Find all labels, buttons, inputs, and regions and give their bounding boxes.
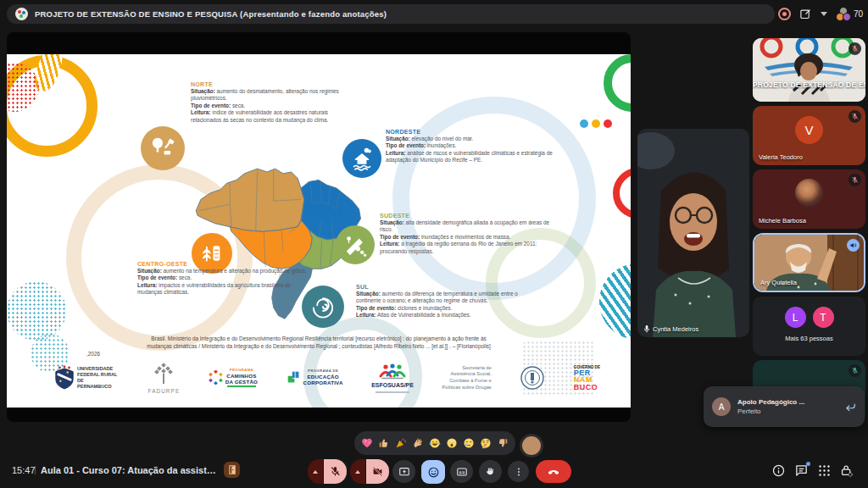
host-controls-button[interactable] <box>839 463 854 481</box>
mic-muted-icon <box>849 110 861 123</box>
raised-hand-icon <box>485 466 496 477</box>
logo-educacao-corporativa: PROGRAMA DE EDUCAÇÃO CORPORATIVA <box>287 369 343 385</box>
recording-indicator-icon <box>778 8 791 20</box>
participant-count: 70 <box>854 9 863 19</box>
name-tag: Ary Quintella <box>760 279 797 286</box>
caminhos-asterisk-icon <box>209 370 223 385</box>
ufrpe-crest-icon <box>54 365 75 391</box>
logo-ufrpe: UNIVERSIDADE FEDERAL RURAL DE PERNAMBUCO <box>54 365 120 391</box>
region-title-norte: NORTE <box>191 81 353 87</box>
educacao-cubes-icon <box>287 370 301 385</box>
avatar: T <box>813 307 834 328</box>
avatar: L <box>785 307 806 328</box>
mic-muted-icon <box>849 174 861 186</box>
skin-tone-selector[interactable] <box>520 434 543 458</box>
audio-speaking-icon <box>847 239 860 252</box>
more-options-button[interactable] <box>508 461 529 482</box>
region-text-sudeste: Situação: alta densidade demográfica ali… <box>380 219 554 255</box>
mic-muted-icon <box>330 466 341 477</box>
mic-mute-button[interactable] <box>324 459 347 484</box>
region-block-sul: SUL Situação: aumento da diferença de te… <box>356 284 541 319</box>
apps-grid-icon <box>817 463 832 478</box>
presentation-slide: NORTE Situação: aumento do desmatamento,… <box>7 54 631 408</box>
decor-ring-green <box>604 54 631 112</box>
reaction-thumbs-up-icon[interactable] <box>377 436 391 450</box>
reaction-clapping-hands-icon[interactable] <box>411 436 425 450</box>
more-participants-label: Mais 63 pessoas <box>753 335 865 342</box>
mic-active-icon <box>643 325 650 333</box>
separator: | <box>34 464 36 474</box>
logo-fadurpe: FADURPE <box>148 363 181 394</box>
activities-button[interactable] <box>817 463 832 481</box>
region-text-centro-oeste: Situação: aumento na temperatura e alter… <box>137 268 307 297</box>
region-text-sul: Situação: aumento da diferença de temper… <box>356 291 541 319</box>
chevron-up-icon <box>355 470 360 474</box>
decor-three-dots <box>580 119 612 128</box>
region-block-centro-oeste: CENTRO-OESTE Situação: aumento na temper… <box>137 261 307 297</box>
avatar: V <box>795 116 823 144</box>
cyclone-icon <box>302 286 344 328</box>
logo-governo-pernambuco: GOVERNO DE PER NAM BUCO <box>574 365 600 391</box>
video-tile-michele-barbosa[interactable]: Michele Barbosa <box>753 169 865 229</box>
reaction-sparkling-heart-icon[interactable] <box>360 436 374 450</box>
reply-arrow-icon[interactable] <box>844 402 856 412</box>
chat-button[interactable] <box>794 463 809 481</box>
google-meet-window: PROJETO DE EXTENSÃO DE ENSINO E PESQUISA… <box>0 0 868 488</box>
leave-call-button[interactable] <box>536 460 571 483</box>
chevron-down-icon[interactable] <box>821 12 827 16</box>
cyntia-video-image <box>637 129 749 337</box>
captions-icon <box>456 466 468 478</box>
decor-circle-teal-striped <box>599 263 631 340</box>
reaction-thumbs-down-icon[interactable] <box>496 436 509 450</box>
participants-indicator[interactable]: 70 <box>836 7 863 20</box>
room-door-icon[interactable] <box>224 462 240 478</box>
region-title-sudeste: SUDESTE <box>380 213 554 219</box>
reaction-thinking-face-icon[interactable] <box>479 436 492 450</box>
chevron-up-icon <box>313 470 318 474</box>
chat-notification-popup[interactable]: A Apolo Pedagógico ... Perfeito <box>704 386 865 427</box>
end-call-icon <box>547 465 560 479</box>
present-screen-icon <box>398 466 410 478</box>
reaction-party-popper-icon[interactable] <box>394 436 408 450</box>
reaction-astonished-face-icon[interactable] <box>445 436 459 450</box>
tile-more-participants[interactable]: L T Mais 63 pessoas <box>753 297 865 356</box>
camera-options-button[interactable] <box>350 459 365 484</box>
reactions-button[interactable] <box>421 460 445 484</box>
annotation-tool-icon[interactable] <box>799 8 812 20</box>
clock: 15:47 <box>12 465 36 475</box>
three-dots-icon <box>514 467 524 477</box>
decor-ring-red <box>613 168 631 219</box>
reaction-face-with-tears-of-joy-icon[interactable] <box>428 436 442 450</box>
topbar-status-icons: 70 <box>778 3 863 24</box>
region-block-sudeste: SUDESTE Situação: alta densidade demográ… <box>380 213 554 255</box>
camera-off-button[interactable] <box>366 459 389 484</box>
region-title-centro-oeste: CENTRO-OESTE <box>137 261 307 267</box>
region-text-nordeste: Situação: elevação do nível do mar. Tipo… <box>386 136 559 164</box>
logo-esfosuas: ESFOSUAS/PE <box>371 363 414 393</box>
video-tile-cyntia-medeiros[interactable]: Cyntia Medeiros <box>637 129 749 337</box>
meeting-details-button[interactable] <box>771 463 786 481</box>
video-tile-valeria-teodoro[interactable]: V Valeria Teodoro <box>753 106 865 165</box>
video-tile-ary-quintella[interactable]: Ary Quintella <box>753 233 865 292</box>
region-text-norte: Situação: aumento do desmatamento, alter… <box>191 88 353 124</box>
reactions-bar <box>354 431 515 455</box>
flood-house-icon <box>342 139 381 178</box>
pernambuco-seal-icon <box>520 365 545 391</box>
meeting-title: Aula 01 - Curso 07: Atuação da assistênc… <box>41 465 216 475</box>
microphone-control <box>308 459 347 484</box>
captions-button[interactable] <box>450 460 473 483</box>
raise-hand-button[interactable] <box>479 460 502 483</box>
camera-off-icon <box>372 466 383 477</box>
video-tile-presenter[interactable]: PROJETO DE EXTENSÃO DE ENSI <box>753 38 865 102</box>
slide-logos-strip: UNIVERSIDADE FEDERAL RURAL DE PERNAMBUCO… <box>54 354 600 402</box>
chat-avatar: A <box>712 397 731 416</box>
mic-options-button[interactable] <box>308 459 323 484</box>
fadurpe-tree-icon <box>154 363 173 385</box>
lock-icon <box>839 463 854 478</box>
smiley-icon <box>427 466 440 479</box>
present-screen-button[interactable] <box>392 460 415 483</box>
presentation-title: PROJETO DE EXTENSÃO DE ENSINO E PESQUISA… <box>35 9 387 19</box>
name-tag: Valeria Teodoro <box>759 153 803 161</box>
reaction-crying-face-icon[interactable] <box>462 436 476 450</box>
mic-muted-icon <box>849 364 861 377</box>
